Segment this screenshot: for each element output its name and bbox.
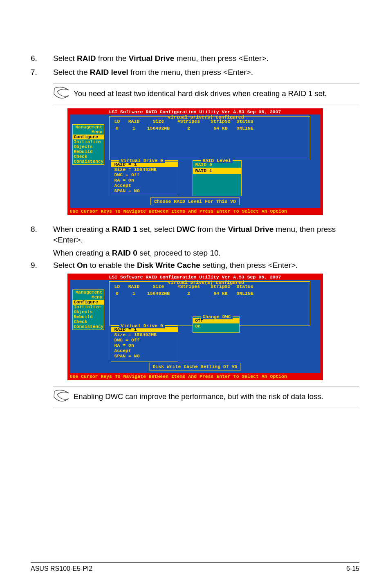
- menu-rebuild[interactable]: Rebuild: [73, 314, 104, 319]
- management-menu[interactable]: Management Menu Configure Initialize Obj…: [72, 124, 104, 165]
- vd0-ra[interactable]: RA = On: [111, 177, 178, 183]
- t: RAID: [77, 54, 96, 63]
- step-num: 7.: [31, 67, 53, 78]
- t: Disk Write Cache: [137, 261, 200, 269]
- vd0-title: Virtual Drive 0: [119, 158, 165, 163]
- note-icon: [53, 86, 74, 102]
- menu-objects[interactable]: Objects: [73, 310, 104, 314]
- t: Virtual Drive: [228, 225, 274, 233]
- bios-title: LSI Software RAID Configuration Utility …: [67, 274, 323, 280]
- step-8: 8. When creating a RAID 1 set, select DW…: [31, 224, 359, 245]
- step-num: 6.: [31, 53, 53, 64]
- t: from the menu, then press <Enter>.: [128, 68, 253, 76]
- t: When creating a: [53, 225, 112, 233]
- bios-screenshot-2: LSI Software RAID Configuration Utility …: [67, 274, 323, 380]
- menu-initialize[interactable]: Initialize: [73, 305, 104, 310]
- table-outline: [109, 116, 310, 160]
- menu-title: Management Menu: [73, 290, 104, 300]
- t: RAID 0: [112, 249, 137, 257]
- step-num: 8.: [31, 224, 53, 245]
- help-text: Disk Write Cache Setting Of VD: [149, 363, 241, 370]
- step-8b: When creating a RAID 0 set, proceed to s…: [53, 249, 359, 258]
- dwc-on-option[interactable]: On: [193, 323, 239, 329]
- vd0-dwc[interactable]: DWC = Off: [111, 172, 178, 177]
- t: On: [77, 261, 87, 269]
- t: to enable the: [87, 261, 137, 269]
- bios-title: LSI Software RAID Configuration Utility …: [67, 108, 323, 114]
- vd0-span[interactable]: SPAN = NO: [111, 353, 178, 359]
- t: menu, then press <Enter>.: [174, 54, 268, 63]
- step-text: When creating a RAID 1 set, select DWC f…: [53, 224, 359, 245]
- menu-rebuild[interactable]: Rebuild: [73, 149, 104, 154]
- note-text: You need at least two identical hard dis…: [74, 86, 359, 98]
- t: Virtual Drive: [129, 54, 175, 63]
- management-menu[interactable]: Management Menu Configure Initialize Obj…: [72, 290, 104, 330]
- change-dwc-title: Change DWC: [201, 314, 233, 319]
- t: set, select: [137, 225, 177, 233]
- raid-level-box: RAID Level RAID 0 RAID 1: [193, 160, 242, 196]
- t: Select: [53, 54, 77, 63]
- step-text: Select RAID from the Virtual Drive menu,…: [53, 53, 359, 64]
- menu-title: Management Menu: [73, 125, 104, 135]
- note-text: Enabling DWC can improve the performance…: [74, 389, 359, 401]
- raid-level-title: RAID Level: [201, 158, 233, 163]
- bios-footer: Use Cursor Keys To Navigate Between Item…: [67, 208, 323, 215]
- menu-objects[interactable]: Objects: [73, 144, 104, 149]
- step-text: Select the RAID level from the menu, the…: [53, 67, 359, 78]
- vd0-dwc[interactable]: DWC = Off: [111, 337, 178, 343]
- bios-body: Virtual Drive(s) Configured LD RAID Size…: [70, 114, 321, 208]
- vd0-size[interactable]: Size = 156402MB: [111, 332, 178, 337]
- t: RAID level: [90, 68, 128, 76]
- note-2: Enabling DWC can improve the performance…: [53, 386, 359, 408]
- page-footer: ASUS RS100-E5-PI2 6-15: [31, 562, 359, 572]
- menu-initialize[interactable]: Initialize: [73, 139, 104, 144]
- virtual-drive-0-box: Virtual Drive 0 RAID = 1 Size = 156402MB…: [111, 160, 178, 196]
- vd0-ra[interactable]: RA = On: [111, 343, 178, 348]
- raid-1-option[interactable]: RAID 1: [193, 168, 241, 174]
- step-text: Select On to enable the Disk Write Cache…: [53, 260, 359, 271]
- t: Select the: [53, 68, 90, 76]
- t: setting, then press <Enter>.: [200, 261, 298, 269]
- step-num: 9.: [31, 260, 53, 271]
- t: from the: [96, 54, 129, 63]
- menu-configure[interactable]: Configure: [73, 300, 104, 305]
- t: from the: [195, 225, 228, 233]
- vd0-span[interactable]: SPAN = NO: [111, 188, 178, 193]
- vd0-accept[interactable]: Accept: [111, 348, 178, 353]
- t: DWC: [177, 225, 195, 233]
- bios-screenshot-1: LSI Software RAID Configuration Utility …: [67, 108, 323, 215]
- step-9: 9. Select On to enable the Disk Write Ca…: [31, 260, 359, 271]
- note-1: You need at least two identical hard dis…: [53, 83, 359, 105]
- t: RAID 1: [112, 225, 137, 233]
- menu-check[interactable]: Check Consistency: [73, 319, 104, 329]
- vd0-title: Virtual Drive 0: [119, 323, 165, 328]
- step-6: 6. Select RAID from the Virtual Drive me…: [31, 53, 359, 64]
- vd0-accept[interactable]: Accept: [111, 183, 178, 188]
- t: When creating a: [53, 249, 112, 257]
- virtual-drive-0-box: Virtual Drive 0 RAID = 1 Size = 156402MB…: [111, 325, 178, 361]
- menu-configure[interactable]: Configure: [73, 135, 104, 139]
- note-icon: [53, 389, 74, 405]
- vd0-size[interactable]: Size = 156402MB: [111, 167, 178, 172]
- t: Select: [53, 261, 77, 269]
- footer-right: 6-15: [346, 565, 359, 572]
- footer-left: ASUS RS100-E5-PI2: [31, 565, 92, 572]
- bios-footer: Use Cursor Keys To Navigate Between Item…: [67, 373, 323, 380]
- menu-check[interactable]: Check Consistency: [73, 154, 104, 164]
- change-dwc-box: Change DWC Off On: [193, 316, 240, 333]
- bios-body: Virtual Drive(s) Configured LD RAID Size…: [70, 280, 321, 373]
- help-text: Choose RAID Level For This VD: [150, 197, 240, 205]
- t: set, proceed to step 10.: [137, 249, 221, 257]
- step-7: 7. Select the RAID level from the menu, …: [31, 67, 359, 78]
